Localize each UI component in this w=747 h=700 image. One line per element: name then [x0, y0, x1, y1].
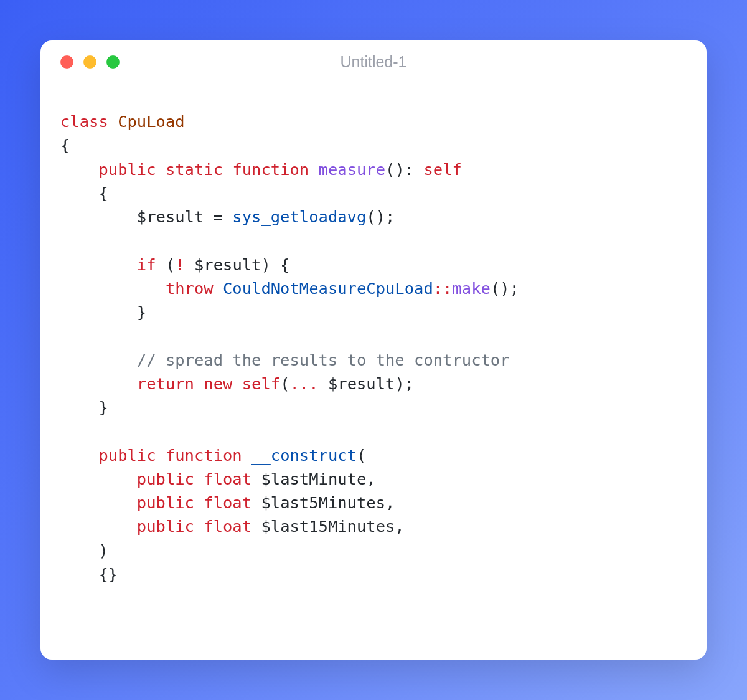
brace-close: } [137, 303, 146, 321]
window-controls [60, 55, 120, 69]
paren-open: ( [280, 374, 289, 393]
keyword-public: public [137, 493, 194, 512]
keyword-return: return [137, 374, 194, 393]
paren-close: ) [98, 541, 108, 560]
parens: (); [491, 279, 519, 298]
type-float: float [204, 517, 251, 536]
paren-open: ( [357, 446, 366, 465]
class-name: CpuLoad [118, 112, 184, 131]
keyword-class: class [60, 112, 108, 131]
constructor-name: __construct [251, 446, 357, 465]
type-float: float [204, 493, 251, 512]
parameter: $lastMinute, [251, 470, 376, 488]
parens: (): [385, 160, 414, 179]
keyword-new: new [204, 374, 232, 393]
keyword-function: function [166, 446, 242, 465]
operator: = [204, 207, 232, 226]
function-call: sys_getloadavg [232, 207, 366, 226]
variable: $result [137, 207, 204, 226]
window-title: Untitled-1 [341, 53, 407, 71]
keyword-public: public [137, 470, 194, 488]
keyword-public: public [98, 446, 156, 465]
code-editor[interactable]: class CpuLoad { public static function m… [40, 78, 707, 606]
brace-open: { [60, 136, 70, 154]
brace-open: { [98, 184, 108, 202]
argument: $result); [319, 374, 415, 393]
operator-not: ! [175, 255, 184, 274]
parameter: $last5Minutes, [251, 493, 395, 512]
maximize-icon[interactable] [106, 55, 120, 69]
empty-body: {} [98, 565, 118, 584]
editor-window: Untitled-1 class CpuLoad { public static… [40, 40, 707, 660]
parameter: $last15Minutes, [251, 517, 405, 536]
keyword-throw: throw [166, 279, 214, 298]
return-type: self [423, 160, 461, 179]
keyword-if: if [137, 255, 156, 274]
comment: // spread the results to the contructor [137, 351, 510, 369]
titlebar: Untitled-1 [40, 40, 707, 78]
parens: (); [366, 207, 395, 226]
keyword-public: public [98, 160, 156, 179]
keyword-self: self [242, 374, 280, 393]
keyword-function: function [232, 160, 309, 179]
keyword-public: public [137, 517, 194, 536]
spread-operator: ... [290, 374, 319, 393]
close-icon[interactable] [60, 55, 73, 69]
condition: $result) { [185, 255, 290, 274]
paren-open: ( [156, 255, 176, 274]
scope-operator: :: [433, 279, 453, 298]
brace-close: } [98, 398, 108, 417]
keyword-static: static [166, 160, 223, 179]
type-float: float [204, 470, 251, 488]
function-name: measure [319, 160, 385, 179]
static-method: make [452, 279, 490, 298]
exception-class: CouldNotMeasureCpuLoad [214, 279, 433, 298]
minimize-icon[interactable] [83, 55, 96, 69]
